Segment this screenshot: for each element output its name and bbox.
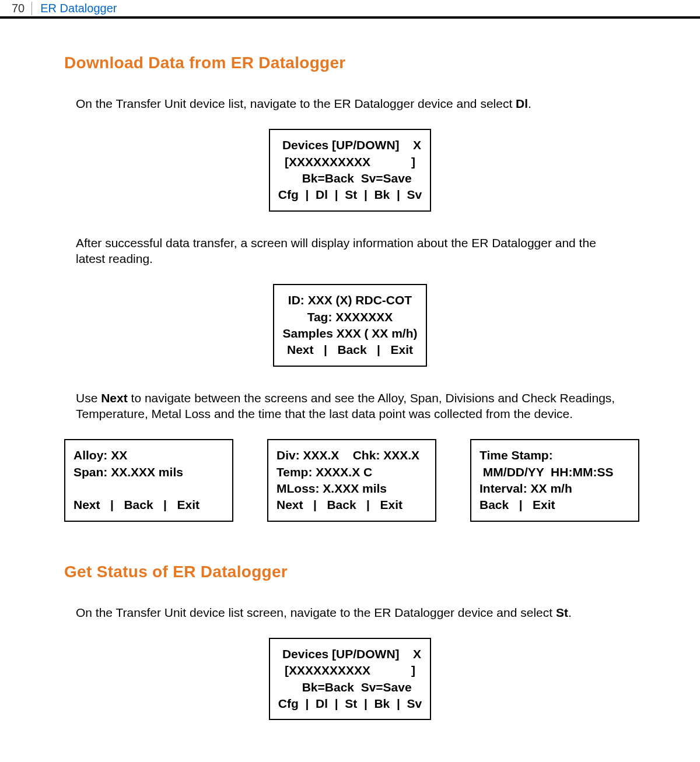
para3-post: to navigate between the screens and see …: [76, 391, 615, 420]
device-list-screen: Devices [UP/DOWN] X [XXXXXXXXXX ] Bk=Bac…: [269, 129, 431, 211]
device-list-screen-2: Devices [UP/DOWN] X [XXXXXXXXXX ] Bk=Bac…: [269, 638, 431, 720]
header-title: ER Datalogger: [32, 2, 117, 15]
page-header: 70 ER Datalogger: [0, 0, 700, 19]
timestamp-screen: Time Stamp: MM/DD/YY HH:MM:SS Interval: …: [470, 439, 639, 521]
para3-pre: Use: [76, 391, 101, 405]
para3-bold: Next: [101, 391, 128, 405]
paragraph-use-next: Use Next to navigate between the screens…: [64, 390, 636, 422]
page-number: 70: [0, 2, 32, 15]
section-get-status: Get Status of ER Datalogger On the Trans…: [64, 563, 636, 721]
section-title-download: Download Data from ER Datalogger: [64, 54, 636, 72]
intro-paragraph-2: On the Transfer Unit device list screen,…: [64, 605, 636, 620]
info-screen: ID: XXX (X) RDC-COT Tag: XXXXXXX Samples…: [273, 284, 426, 366]
screen-row: Alloy: XX Span: XX.XXX mils Next | Back …: [64, 439, 636, 521]
intro2-bold: St: [556, 606, 568, 619]
div-temp-mloss-screen: Div: XXX.X Chk: XXX.X Temp: XXXX.X C MLo…: [267, 439, 436, 521]
screen-wrap-1: Devices [UP/DOWN] X [XXXXXXXXXX ] Bk=Bac…: [64, 129, 636, 211]
screen-wrap-3: Devices [UP/DOWN] X [XXXXXXXXXX ] Bk=Bac…: [64, 638, 636, 720]
section-title-status: Get Status of ER Datalogger: [64, 563, 636, 581]
screen-wrap-2: ID: XXX (X) RDC-COT Tag: XXXXXXX Samples…: [64, 284, 636, 366]
alloy-span-screen: Alloy: XX Span: XX.XXX mils Next | Back …: [64, 439, 233, 521]
intro1-text-post: .: [528, 97, 531, 110]
intro-paragraph-1: On the Transfer Unit device list, naviga…: [64, 96, 636, 111]
intro2-text-pre: On the Transfer Unit device list screen,…: [76, 606, 556, 619]
intro1-text-pre: On the Transfer Unit device list, naviga…: [76, 97, 516, 110]
paragraph-after-transfer: After successful data transfer, a screen…: [64, 235, 636, 267]
intro1-bold: Dl: [516, 97, 528, 110]
page-content: Download Data from ER Datalogger On the …: [0, 19, 700, 720]
intro2-text-post: .: [568, 606, 572, 619]
